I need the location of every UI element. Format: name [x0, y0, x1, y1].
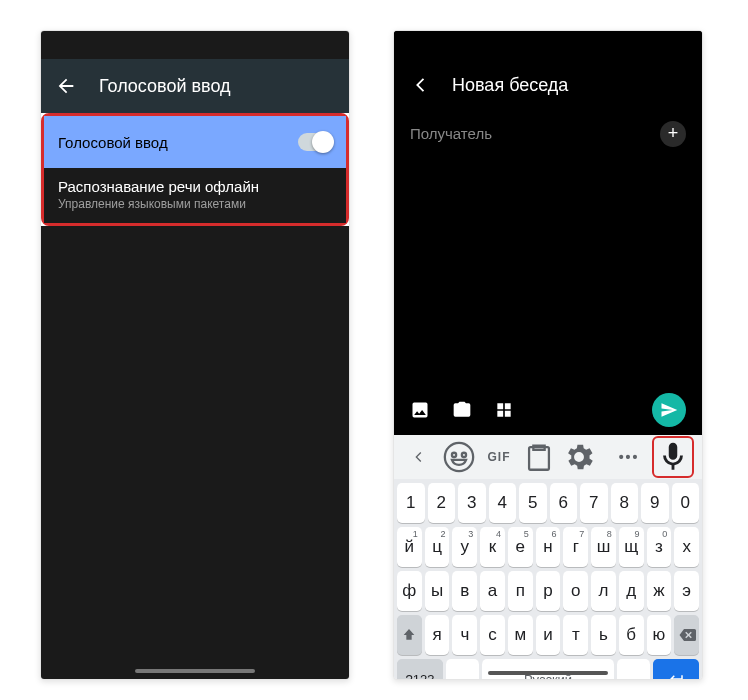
kb-row-numbers: 1234567890: [397, 483, 699, 523]
period-key[interactable]: .: [617, 659, 650, 680]
kb-row-1: й1ц2у3к4е5н6г7ш8щ9з0х: [397, 527, 699, 567]
key-т[interactable]: т: [563, 615, 588, 655]
nav-pill[interactable]: [488, 671, 608, 675]
key-7[interactable]: 7: [580, 483, 608, 523]
phone-settings: Голосовой ввод Голосовой ввод Распознава…: [40, 30, 350, 680]
keyboard-toolbar: GIF •••: [394, 435, 702, 479]
highlight-box: Голосовой ввод Распознавание речи офлайн…: [41, 113, 349, 226]
offline-recognition-row[interactable]: Распознавание речи офлайн Управление язы…: [44, 168, 346, 223]
nav-pill[interactable]: [135, 669, 255, 673]
key-н[interactable]: н6: [536, 527, 561, 567]
space-key[interactable]: Русский: [482, 659, 614, 680]
key-з[interactable]: з0: [647, 527, 672, 567]
key-м[interactable]: м: [508, 615, 533, 655]
key-ф[interactable]: ф: [397, 571, 422, 611]
voice-input-switch[interactable]: [298, 133, 332, 151]
back-icon[interactable]: [55, 75, 77, 97]
kb-row-2: фывапролджэ: [397, 571, 699, 611]
key-ч[interactable]: ч: [452, 615, 477, 655]
shift-key[interactable]: [397, 615, 422, 655]
key-ь[interactable]: ь: [591, 615, 616, 655]
key-ш[interactable]: ш8: [591, 527, 616, 567]
add-recipient-button[interactable]: +: [660, 121, 686, 147]
key-щ[interactable]: щ9: [619, 527, 644, 567]
offline-subtitle: Управление языковыми пакетами: [58, 197, 332, 211]
voice-input-row[interactable]: Голосовой ввод: [44, 116, 346, 168]
enter-key[interactable]: [653, 659, 699, 680]
key-л[interactable]: л: [591, 571, 616, 611]
message-body: [394, 157, 702, 385]
key-ю[interactable]: ю: [647, 615, 672, 655]
key-е[interactable]: е5: [508, 527, 533, 567]
key-д[interactable]: д: [619, 571, 644, 611]
key-ц[interactable]: ц2: [425, 527, 450, 567]
settings-header: Голосовой ввод: [41, 59, 349, 113]
gallery-icon[interactable]: [410, 400, 430, 420]
messages-header: Новая беседа: [394, 59, 702, 111]
key-в[interactable]: в: [452, 571, 477, 611]
key-а[interactable]: а: [480, 571, 505, 611]
keyboard: 1234567890 й1ц2у3к4е5н6г7ш8щ9з0х фывапро…: [394, 479, 702, 680]
key-б[interactable]: б: [619, 615, 644, 655]
sticker-icon[interactable]: [442, 440, 476, 474]
key-о[interactable]: о: [563, 571, 588, 611]
key-г[interactable]: г7: [563, 527, 588, 567]
key-3[interactable]: 3: [458, 483, 486, 523]
symbols-key[interactable]: ?123: [397, 659, 443, 680]
kb-row-3: ячсмитьбю: [397, 615, 699, 655]
key-2[interactable]: 2: [428, 483, 456, 523]
key-0[interactable]: 0: [672, 483, 700, 523]
clipboard-icon[interactable]: [522, 440, 556, 474]
back-icon[interactable]: [410, 74, 432, 96]
backspace-key[interactable]: [674, 615, 699, 655]
key-5[interactable]: 5: [519, 483, 547, 523]
status-bar: [41, 31, 349, 59]
key-9[interactable]: 9: [641, 483, 669, 523]
key-ы[interactable]: ы: [425, 571, 450, 611]
key-8[interactable]: 8: [611, 483, 639, 523]
settings-title: Голосовой ввод: [99, 76, 231, 97]
key-й[interactable]: й1: [397, 527, 422, 567]
key-4[interactable]: 4: [489, 483, 517, 523]
key-п[interactable]: п: [508, 571, 533, 611]
key-у[interactable]: у3: [452, 527, 477, 567]
key-х[interactable]: х: [674, 527, 699, 567]
send-button[interactable]: [652, 393, 686, 427]
compose-bar: [394, 385, 702, 435]
key-я[interactable]: я: [425, 615, 450, 655]
kb-collapse-icon[interactable]: [402, 440, 436, 474]
voice-input-label: Голосовой ввод: [58, 134, 168, 151]
status-bar: [394, 31, 702, 59]
key-к[interactable]: к4: [480, 527, 505, 567]
more-button[interactable]: •••: [612, 440, 646, 474]
key-и[interactable]: и: [536, 615, 561, 655]
mic-icon[interactable]: [656, 440, 690, 474]
key-ж[interactable]: ж: [647, 571, 672, 611]
apps-icon[interactable]: [494, 400, 514, 420]
gear-icon[interactable]: [562, 440, 596, 474]
messages-title: Новая беседа: [452, 75, 568, 96]
key-э[interactable]: э: [674, 571, 699, 611]
gif-button[interactable]: GIF: [482, 440, 516, 474]
key-р[interactable]: р: [536, 571, 561, 611]
key-с[interactable]: с: [480, 615, 505, 655]
kb-row-bottom: ?123 , Русский .: [397, 659, 699, 680]
recipient-row[interactable]: Получатель +: [394, 111, 702, 157]
phone-messages: Новая беседа Получатель +: [393, 30, 703, 680]
offline-title: Распознавание речи офлайн: [58, 178, 332, 195]
comma-key[interactable]: ,: [446, 659, 479, 680]
camera-icon[interactable]: [452, 400, 472, 420]
key-6[interactable]: 6: [550, 483, 578, 523]
settings-body: [41, 226, 349, 680]
key-1[interactable]: 1: [397, 483, 425, 523]
recipient-placeholder: Получатель: [410, 125, 492, 142]
mic-highlight: [652, 436, 694, 478]
